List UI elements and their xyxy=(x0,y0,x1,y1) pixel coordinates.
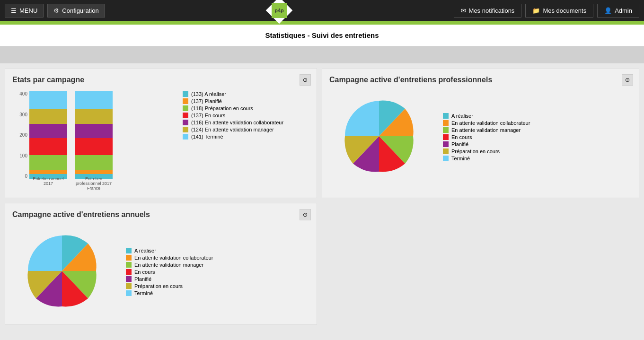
pie-pro-label-4: En cours xyxy=(451,134,472,140)
legend-item-5: (116) En attente validation collaborateu… xyxy=(183,120,283,125)
legend-item-4: (137) En cours xyxy=(183,113,283,118)
pie-annual-card: Campagne active d'entretiens annuels ⊙ xyxy=(5,203,317,325)
config-label: Configuration xyxy=(62,7,98,14)
pie-pro-color-2 xyxy=(443,120,449,126)
bar-x-label-1: Entretien annuel 2017 xyxy=(29,176,67,191)
admin-label: Admin xyxy=(615,7,632,14)
pie-ann-color-7 xyxy=(126,290,132,296)
logo: p4p xyxy=(266,0,293,24)
charts-row-2: Campagne active d'entretiens annuels ⊙ xyxy=(5,203,639,325)
pie-pro-legend-2: En attente validation collaborateur xyxy=(443,120,530,126)
pie-annual-legend: A réaliser En attente validation collabo… xyxy=(126,248,213,296)
menu-button[interactable]: ☰ MENU xyxy=(5,4,44,17)
bar-legend-container: 400 300 200 100 0 xyxy=(12,91,309,191)
pie-ann-label-6: Préparation en cours xyxy=(134,283,183,289)
bar-segment xyxy=(29,138,67,155)
pie-ann-label-1: A réaliser xyxy=(134,248,156,253)
charts-row-1: Etats par campagne ⊙ 400 300 200 100 0 xyxy=(5,68,639,198)
pie-annual-title: Campagne active d'entretiens annuels xyxy=(12,210,309,219)
pie-annual-visual xyxy=(22,231,102,313)
legend-label-6: (124) En attente validation manager xyxy=(191,127,274,132)
pie-annual-expand-button[interactable]: ⊙ xyxy=(300,209,311,220)
pie-ann-color-3 xyxy=(126,262,132,268)
bar-segment xyxy=(75,138,113,155)
legend-label-4: (137) En cours xyxy=(191,113,225,118)
pie-ann-legend-7: Terminé xyxy=(126,290,213,296)
pie-ann-color-6 xyxy=(126,283,132,289)
pie-ann-legend-2: En attente validation collaborateur xyxy=(126,255,213,261)
legend-color-6 xyxy=(183,127,188,132)
bar-segment xyxy=(75,124,113,138)
legend-label-1: (133) A réaliser xyxy=(191,91,226,97)
legend-color-3 xyxy=(183,105,188,111)
legend-color-7 xyxy=(183,134,188,139)
legend-item-7: (141) Terminé xyxy=(183,134,283,139)
legend-color-4 xyxy=(183,113,188,118)
pie-professional-expand-button[interactable]: ⊙ xyxy=(622,74,633,86)
pie-pro-color-1 xyxy=(443,113,449,119)
legend-color-5 xyxy=(183,120,188,125)
pie-ann-legend-6: Préparation en cours xyxy=(126,283,213,289)
folder-icon: 📁 xyxy=(532,7,540,14)
header: ☰ MENU ⚙ Configuration p4p ✉ Mes notific… xyxy=(0,0,644,21)
bar-group-1 xyxy=(29,91,67,179)
bar-group-2 xyxy=(75,91,113,179)
pie-pro-color-7 xyxy=(443,156,449,161)
admin-button[interactable]: 👤 Admin xyxy=(597,4,639,17)
y-label-300: 300 xyxy=(19,112,27,117)
menu-label: MENU xyxy=(19,7,37,14)
pie-ann-color-4 xyxy=(126,269,132,275)
notifications-button[interactable]: ✉ Mes notifications xyxy=(454,4,522,17)
pie-pro-label-3: En attente validation manager xyxy=(451,127,520,133)
pie-ann-label-2: En attente validation collaborateur xyxy=(134,255,213,261)
pie-professional-visual xyxy=(339,96,419,178)
logo-text: p4p xyxy=(272,3,287,18)
bar-chart-title: Etats par campagne xyxy=(12,76,309,84)
legend-item-6: (124) En attente validation manager xyxy=(183,127,283,132)
pie-pro-legend-1: A réaliser xyxy=(443,113,530,119)
bar-segment xyxy=(75,170,113,174)
bar-segment xyxy=(29,124,67,138)
pie-pro-color-6 xyxy=(443,148,449,154)
bar-chart-card: Etats par campagne ⊙ 400 300 200 100 0 xyxy=(5,68,317,198)
green-accent-bar xyxy=(0,21,644,25)
pie-pro-legend-5: Planifié xyxy=(443,141,530,147)
pie-ann-legend-3: En attente validation manager xyxy=(126,262,213,268)
legend-color-1 xyxy=(183,91,188,97)
main-content: Etats par campagne ⊙ 400 300 200 100 0 xyxy=(0,63,644,330)
envelope-icon: ✉ xyxy=(461,7,466,14)
legend-color-2 xyxy=(183,98,188,104)
pie-ann-legend-4: En cours xyxy=(126,269,213,275)
bar-chart-visual: 400 300 200 100 0 xyxy=(12,91,164,191)
pie-pro-label-1: A réaliser xyxy=(451,113,473,119)
pie-professional-legend: A réaliser En attente validation collabo… xyxy=(443,113,530,161)
sub-navigation-bar xyxy=(0,46,644,63)
pie-pro-legend-3: En attente validation manager xyxy=(443,127,530,133)
bar-segment xyxy=(29,155,67,170)
pie-ann-label-3: En attente validation manager xyxy=(134,262,203,268)
pie-professional-title: Campagne active d'entretiens professionn… xyxy=(329,76,632,84)
hamburger-icon: ☰ xyxy=(11,7,17,14)
pie-ann-legend-5: Planifié xyxy=(126,276,213,282)
y-label-0: 0 xyxy=(25,174,27,179)
config-button[interactable]: ⚙ Configuration xyxy=(47,4,105,17)
pie-professional-container: A réaliser En attente validation collabo… xyxy=(329,91,632,183)
pie-pro-label-6: Préparation en cours xyxy=(451,148,500,154)
pie-pro-color-5 xyxy=(443,141,449,147)
pie-pro-legend-6: Préparation en cours xyxy=(443,148,530,154)
user-icon: 👤 xyxy=(604,7,612,14)
header-right: ✉ Mes notifications 📁 Mes documents 👤 Ad… xyxy=(454,4,639,17)
pie-pro-legend-7: Terminé xyxy=(443,156,530,161)
documents-button[interactable]: 📁 Mes documents xyxy=(525,4,593,17)
y-label-100: 100 xyxy=(19,153,27,158)
pie-pro-label-7: Terminé xyxy=(451,156,470,161)
legend-item-1: (133) A réaliser xyxy=(183,91,283,97)
page-title: Statistiques - Suivi des entretiens xyxy=(265,31,379,39)
pie-ann-color-2 xyxy=(126,255,132,261)
bar-segment xyxy=(29,170,67,174)
pie-ann-label-7: Terminé xyxy=(134,290,153,296)
bar-chart-expand-button[interactable]: ⊙ xyxy=(300,74,311,86)
pie-ann-color-1 xyxy=(126,248,132,253)
pie-ann-legend-1: A réaliser xyxy=(126,248,213,253)
bar-chart-legend: (133) A réaliser (137) Planifié (118) Pr… xyxy=(183,91,283,139)
